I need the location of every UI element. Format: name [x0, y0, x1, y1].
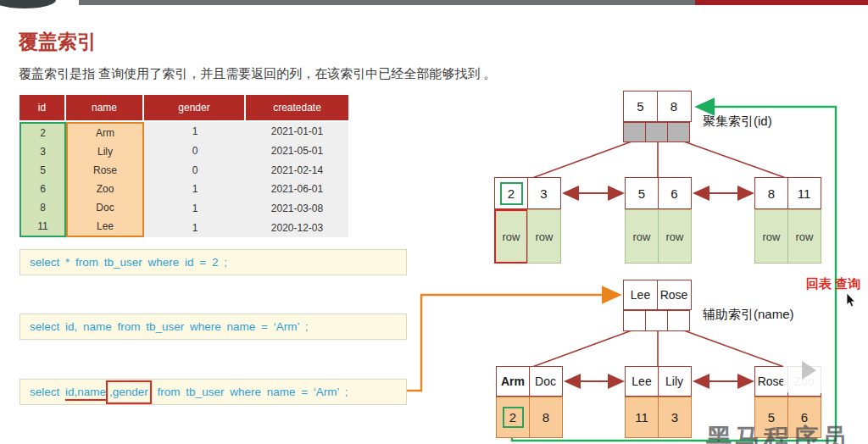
clustered-leaf-3-rows: row row: [754, 209, 821, 264]
clustered-leaf-key: 6: [658, 177, 692, 209]
clustered-leaf-2-rows: row row: [625, 209, 692, 264]
table-cell: Lee: [68, 217, 142, 236]
table-cell: Rose: [68, 161, 142, 180]
table-cell: 3: [21, 142, 64, 161]
clustered-leaf-2-keys: 5 6: [625, 177, 692, 209]
pointer-cell: [667, 310, 690, 331]
row-pointer: row: [625, 209, 659, 264]
secondary-root-key: Rose: [657, 280, 692, 310]
table-header-gender: gender: [144, 95, 246, 120]
secondary-leaf-2-values: 11 3: [625, 397, 692, 438]
secondary-leaf-1-keys: Arm Doc: [496, 366, 563, 397]
table-cell: 1: [144, 122, 246, 142]
table-cell: 6: [21, 180, 64, 198]
table-header-createdate: createdate: [246, 95, 348, 120]
clustered-leaf-key: 11: [787, 177, 821, 209]
clustered-root-pointers: [623, 122, 690, 142]
clustered-root-node: 5 8: [623, 91, 692, 122]
sql-query-3: select id,name,gender from tb_user where…: [19, 379, 407, 405]
secondary-leaf-value: 8: [529, 397, 563, 438]
table-cell: 5: [21, 161, 64, 180]
table-column-id-highlighted: 2 3 5 6 8 11: [19, 122, 66, 237]
secondary-root-node: Lee Rose: [623, 280, 692, 310]
back-to-table-label: 回表 查询: [806, 276, 860, 292]
table-cell: Arm: [68, 124, 142, 142]
clustered-leaf-key: 5: [625, 177, 659, 209]
table-cell: 2021-03-08: [246, 199, 348, 219]
clustered-leaf-1-keys: 2 3: [494, 177, 561, 209]
table-cell: 2021-06-01: [246, 180, 348, 199]
table-cell: Zoo: [68, 180, 142, 198]
watermark-text: 黑马程序员: [706, 421, 850, 444]
row-pointer: row: [787, 209, 821, 264]
table-column-name-highlighted: Arm Lily Rose Zoo Doc Lee: [66, 122, 144, 237]
secondary-leaf-2-keys: Lee Lily: [625, 366, 692, 397]
table-column-gender: 1 0 0 1 1 1: [144, 122, 246, 237]
table-cell: 1: [144, 199, 246, 219]
sql3-suffix: from tb_user where name = ‘Arm’ ;: [152, 386, 348, 398]
clustered-leaf-3-keys: 8 11: [754, 177, 821, 209]
row-pointer-highlighted: row: [494, 209, 528, 264]
row-pointer: row: [658, 209, 692, 264]
table-header-name: name: [66, 95, 144, 120]
table-cell: Doc: [68, 198, 142, 217]
secondary-leaf-value: 11: [625, 397, 659, 438]
secondary-root-pointers: [623, 310, 690, 331]
secondary-root-key: Lee: [623, 280, 658, 310]
table-cell: 1: [144, 180, 246, 199]
pointer-cell: [623, 310, 646, 331]
table-cell: 0: [144, 160, 246, 180]
highlighted-key-2: 2: [500, 182, 523, 205]
clustered-root-key: 5: [623, 91, 658, 122]
clustered-leaf-1-rows: row row: [494, 209, 561, 264]
table-cell: Lily: [68, 142, 142, 161]
titlebar-strip-red: [695, 0, 868, 5]
play-button-icon[interactable]: [783, 349, 832, 393]
row-pointer: row: [754, 209, 788, 264]
pointer-cell: [623, 122, 646, 142]
secondary-leaf-key: Arm: [496, 366, 530, 397]
table-header-id: id: [19, 95, 66, 120]
secondary-leaf-1-values: 2 8: [496, 397, 563, 438]
play-triangle-icon: [802, 361, 816, 380]
clustered-root-key: 8: [657, 91, 692, 122]
table-cell: 11: [21, 217, 64, 236]
highlighted-value-2: 2: [503, 407, 524, 428]
sql-query-1: select * from tb_user where id = 2 ;: [19, 249, 407, 275]
table-cell: 2: [21, 124, 64, 142]
secondary-leaf-value: 2: [496, 397, 530, 438]
table-cell: 2020-12-03: [246, 218, 348, 237]
sql-query-2: select id, name from tb_user where name …: [19, 314, 407, 340]
corner-blob: [0, 0, 56, 8]
table-cell: 0: [144, 142, 246, 161]
pointer-cell: [667, 122, 690, 142]
page-description: 覆盖索引是指 查询使用了索引，并且需要返回的列，在该索引中已经全部能够找到 。: [19, 66, 496, 82]
pointer-cell: [645, 310, 668, 331]
clustered-leaf-key: 8: [754, 177, 788, 209]
pointer-cell: [645, 122, 668, 142]
sql3-boxed-column: ,gender: [106, 380, 152, 404]
table-cell: 2021-05-01: [246, 142, 348, 161]
clustered-leaf-key: 3: [527, 177, 561, 209]
secondary-leaf-key: Doc: [529, 366, 563, 397]
table-cell: 1: [144, 218, 246, 237]
tv-antenna: [792, 338, 802, 351]
secondary-leaf-key: Lily: [658, 366, 692, 397]
row-pointer: row: [527, 209, 561, 264]
table-cell: 8: [21, 198, 64, 217]
secondary-index-label: 辅助索引(name): [703, 307, 794, 323]
table-column-createdate: 2021-01-01 2021-05-01 2021-02-14 2021-06…: [246, 122, 348, 237]
secondary-leaf-key: Lee: [625, 366, 659, 397]
page-title: 覆盖索引: [19, 29, 97, 55]
titlebar-strip-gray: [79, 0, 695, 5]
sql3-prefix: select: [30, 386, 65, 398]
mouse-cursor-icon: [846, 293, 858, 312]
table-cell: 2021-01-01: [246, 122, 348, 142]
clustered-index-label: 聚集索引(id): [703, 114, 772, 130]
tv-antenna: [812, 338, 822, 351]
secondary-leaf-value: 3: [658, 397, 692, 438]
table-cell: 2021-02-14: [246, 160, 348, 180]
sql3-underlined-columns: id,name: [65, 386, 106, 401]
clustered-leaf-key: 2: [494, 177, 528, 209]
